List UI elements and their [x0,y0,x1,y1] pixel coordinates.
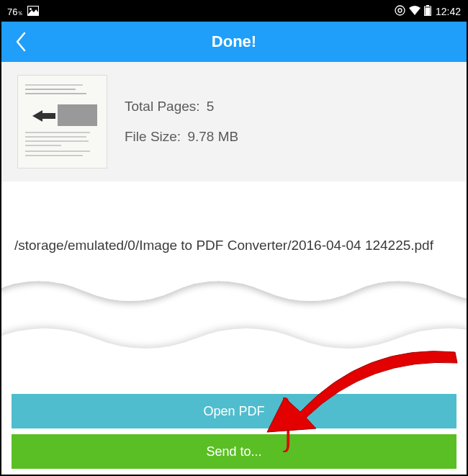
total-pages-row: Total Pages: 5 [125,99,238,114]
page-title: Done! [1,32,467,51]
picture-icon [27,6,39,18]
battery-icon [424,5,431,18]
back-button[interactable] [1,22,42,62]
open-pdf-button[interactable]: Open PDF [12,394,456,428]
svg-point-1 [30,8,32,10]
svg-rect-6 [425,8,430,16]
app-header: Done! [1,22,467,62]
wifi-icon [408,6,421,18]
file-size-row: File Size: 9.78 MB [125,129,238,145]
file-path: /storage/emulated/0/Image to PDF Convert… [1,181,467,253]
chevron-left-icon [14,31,29,53]
svg-point-2 [395,6,405,15]
send-to-button[interactable]: Send to... [12,434,456,469]
total-pages-label: Total Pages: [125,99,200,114]
sync-icon [395,5,405,18]
status-bar: 76％ 12:42 [1,1,467,22]
svg-point-3 [398,9,402,12]
file-size-label: File Size: [125,129,181,144]
torn-separator-icon [1,275,467,362]
thumbnail-preview-icon [18,76,107,168]
file-info: Total Pages: 5 File Size: 9.78 MB [125,99,238,145]
status-right: 12:42 [395,5,461,18]
battery-percent-text: 76％ [7,6,23,17]
pdf-thumbnail[interactable] [17,75,107,169]
info-panel: Total Pages: 5 File Size: 9.78 MB [1,62,467,181]
status-left: 76％ [7,6,39,18]
file-size-value: 9.78 MB [187,129,238,144]
action-buttons: Open PDF Send to... [12,394,456,469]
status-time: 12:42 [436,6,461,17]
total-pages-value: 5 [207,99,215,114]
